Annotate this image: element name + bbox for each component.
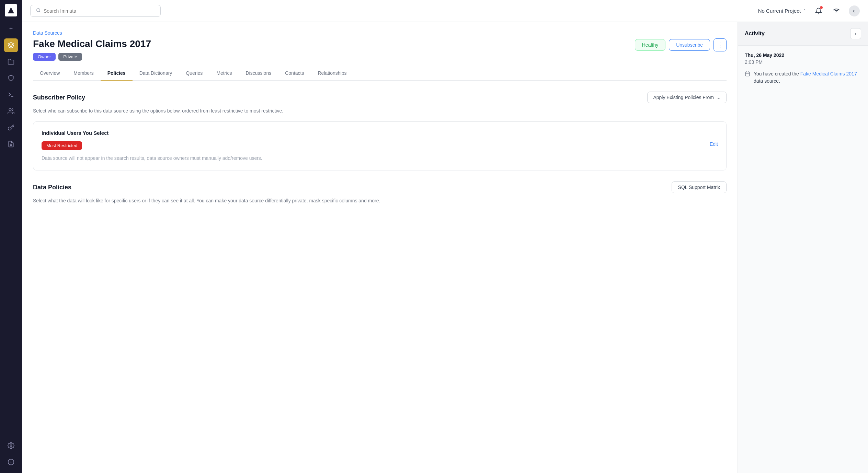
- notification-bell[interactable]: [813, 5, 824, 16]
- tab-relationships[interactable]: Relationships: [311, 66, 353, 81]
- sidebar-item-shield[interactable]: [4, 71, 18, 85]
- unsubscribe-button[interactable]: Unsubscribe: [669, 39, 710, 51]
- tab-members[interactable]: Members: [67, 66, 100, 81]
- sidebar-item-users[interactable]: [4, 104, 18, 118]
- sidebar-item-docs[interactable]: [4, 137, 18, 151]
- tab-overview[interactable]: Overview: [33, 66, 67, 81]
- sql-support-matrix-button[interactable]: SQL Support Matrix: [672, 181, 727, 193]
- sidebar-item-key[interactable]: [4, 121, 18, 134]
- sidebar: +: [0, 0, 22, 473]
- svg-point-5: [10, 445, 12, 447]
- activity-item: You have created the Fake Medical Claims…: [745, 70, 861, 85]
- tab-discussions[interactable]: Discussions: [239, 66, 278, 81]
- policy-card-inner: Most Restricted Data source will not app…: [42, 141, 718, 162]
- activity-expand-button[interactable]: ›: [850, 28, 861, 39]
- main-wrapper: No Current Project ⌃ c: [22, 0, 868, 473]
- chevron-right-icon: ›: [855, 31, 857, 36]
- healthy-button[interactable]: Healthy: [635, 39, 665, 51]
- dropdown-chevron-icon: ⌄: [717, 95, 721, 100]
- policy-card-title: Individual Users You Select: [42, 130, 718, 136]
- edit-button[interactable]: Edit: [710, 141, 718, 147]
- topbar-right: No Current Project ⌃ c: [758, 5, 860, 16]
- svg-point-9: [37, 9, 40, 12]
- sidebar-item-layers[interactable]: [4, 38, 18, 52]
- page-title-section: Fake Medical Claims 2017 Owner Private: [33, 38, 151, 61]
- activity-date: Thu, 26 May 2022: [745, 52, 861, 58]
- data-policies-desc: Select what the data will look like for …: [33, 197, 727, 204]
- subscriber-policy-title: Subscriber Policy: [33, 94, 85, 101]
- chevron-down-icon: ⌃: [803, 9, 806, 13]
- sidebar-item-terminal[interactable]: [4, 88, 18, 102]
- header-actions: Healthy Unsubscribe ⋮: [635, 38, 727, 51]
- policy-card-desc: Data source will not appear in the searc…: [42, 155, 262, 162]
- svg-point-2: [9, 109, 11, 111]
- search-input[interactable]: [44, 8, 155, 14]
- policy-card-left: Most Restricted Data source will not app…: [42, 141, 262, 162]
- more-options-button[interactable]: ⋮: [713, 38, 727, 51]
- activity-time: 2:03 PM: [745, 59, 861, 65]
- activity-panel: Activity › Thu, 26 May 2022 2:03 PM: [738, 22, 868, 473]
- tab-contacts[interactable]: Contacts: [278, 66, 311, 81]
- sidebar-item-plus[interactable]: +: [4, 22, 18, 36]
- svg-rect-12: [745, 72, 750, 76]
- sidebar-item-settings[interactable]: [4, 439, 18, 452]
- private-badge: Private: [58, 53, 82, 61]
- activity-text-suffix: data source.: [754, 78, 780, 84]
- sidebar-item-circle-plus[interactable]: [4, 455, 18, 469]
- tab-queries[interactable]: Queries: [179, 66, 209, 81]
- policy-card: Individual Users You Select Most Restric…: [33, 121, 727, 170]
- page-title: Fake Medical Claims 2017: [33, 38, 151, 49]
- apply-policies-label: Apply Existing Policies From: [653, 95, 714, 100]
- sidebar-item-folder[interactable]: [4, 55, 18, 69]
- tab-metrics[interactable]: Metrics: [209, 66, 239, 81]
- subscriber-policy-header: Subscriber Policy Apply Existing Policie…: [33, 92, 727, 103]
- data-policies-title: Data Policies: [33, 184, 71, 191]
- calendar-icon: [745, 71, 750, 78]
- project-label: No Current Project: [758, 8, 801, 14]
- subscriber-policy-desc: Select who can subscribe to this data so…: [33, 107, 727, 115]
- activity-link[interactable]: Fake Medical Claims 2017: [800, 71, 857, 76]
- most-restricted-badge: Most Restricted: [42, 141, 82, 150]
- activity-body: Thu, 26 May 2022 2:03 PM You have create…: [738, 46, 868, 92]
- tab-data-dictionary[interactable]: Data Dictionary: [133, 66, 179, 81]
- page-header: Fake Medical Claims 2017 Owner Private H…: [33, 38, 727, 61]
- badge-row: Owner Private: [33, 53, 151, 61]
- activity-header: Activity ›: [738, 22, 868, 46]
- tabs: Overview Members Policies Data Dictionar…: [33, 66, 727, 81]
- data-policies-header: Data Policies SQL Support Matrix: [33, 181, 727, 193]
- activity-text-prefix: You have created the: [754, 71, 800, 76]
- activity-text: You have created the Fake Medical Claims…: [754, 70, 861, 85]
- main-content: Data Sources Fake Medical Claims 2017 Ow…: [22, 22, 738, 473]
- notification-dot: [820, 6, 823, 9]
- sidebar-logo[interactable]: [5, 4, 17, 16]
- wifi-icon[interactable]: [831, 5, 842, 16]
- svg-marker-0: [8, 43, 14, 45]
- svg-line-10: [39, 11, 41, 12]
- content-area: Data Sources Fake Medical Claims 2017 Ow…: [22, 22, 868, 473]
- activity-title: Activity: [745, 31, 765, 37]
- apply-policies-dropdown[interactable]: Apply Existing Policies From ⌄: [647, 92, 727, 103]
- topbar: No Current Project ⌃ c: [22, 0, 868, 22]
- search-box[interactable]: [30, 5, 161, 17]
- project-selector[interactable]: No Current Project ⌃: [758, 8, 806, 14]
- breadcrumb[interactable]: Data Sources: [33, 30, 727, 36]
- owner-badge: Owner: [33, 53, 56, 61]
- search-icon: [36, 8, 41, 14]
- tab-policies[interactable]: Policies: [101, 66, 133, 81]
- user-avatar[interactable]: c: [849, 5, 860, 16]
